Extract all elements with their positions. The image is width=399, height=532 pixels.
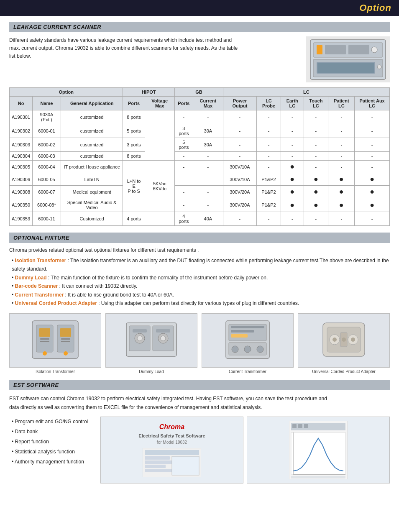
col-lc-header: LC (223, 88, 389, 97)
list-item: Data bank (9, 427, 93, 437)
page-title: Option (359, 3, 391, 13)
list-item: Isolation Transformer : The isolation tr… (9, 256, 390, 274)
th-current-max: Current Max (193, 97, 223, 110)
table-row: A1903026000-01customized5 ports3 ports30… (10, 124, 390, 138)
image-box-universal (298, 313, 390, 368)
svg-point-34 (244, 346, 251, 353)
svg-rect-36 (231, 326, 264, 328)
leakage-table: Option HIPOT GB LC No Name General Appli… (9, 87, 390, 226)
fixture-list: Isolation Transformer : The isolation tr… (9, 256, 390, 307)
svg-rect-17 (40, 338, 49, 340)
svg-point-9 (377, 65, 381, 69)
svg-point-14 (64, 351, 68, 356)
est-software-title: Electrical Safety Test Software (138, 433, 205, 438)
th-no: No (10, 97, 33, 110)
image-box-current (202, 313, 294, 368)
svg-point-6 (371, 47, 377, 53)
col-gb-header: GB (174, 88, 223, 97)
image-item-universal: Universal Corded Product Adapter (298, 313, 390, 374)
svg-rect-20 (61, 341, 70, 342)
th-touch-lc: Touch LC (304, 97, 328, 110)
th-ports-gb: Ports (174, 97, 193, 110)
fixture-intro: Chroma provides related optional test op… (9, 247, 390, 253)
table-row: A1903036000-02customized3 ports5 ports30… (10, 138, 390, 152)
fixture-link-dummy: Dummy Load (15, 275, 47, 281)
list-item: Authority management function (9, 457, 93, 467)
svg-rect-5 (348, 45, 369, 54)
chroma-logo: Chroma (159, 423, 184, 431)
list-item: Statistical analysis function (9, 447, 93, 457)
caption-current: Current Transformer (229, 369, 266, 374)
list-item: Dummy Load : The main function of the fi… (9, 274, 390, 282)
th-power-output: Power Output (223, 97, 256, 110)
svg-rect-15 (39, 328, 50, 337)
list-item: Bar-code Scanner : It can connect with 1… (9, 282, 390, 290)
th-earth-lc: Earth LC (281, 97, 304, 110)
fixture-link-isolation: Isolation Transformer (15, 258, 66, 263)
header-bar: Option (0, 0, 399, 16)
optional-fixture-section-header: OPTIONAL FIXTURE (9, 233, 390, 243)
th-ports-hipot: Ports (123, 97, 145, 110)
image-item-current: Current Transformer (202, 313, 294, 374)
image-box-dummy (105, 313, 197, 368)
svg-rect-48 (145, 450, 199, 455)
svg-rect-3 (317, 45, 322, 54)
leakage-intro-block: Different safety standards have various … (9, 36, 390, 82)
leakage-intro-text: Different safety standards have various … (9, 36, 299, 61)
svg-rect-18 (40, 341, 49, 342)
svg-point-44 (351, 338, 355, 342)
svg-rect-16 (60, 328, 71, 337)
fixture-link-barcode: Bar-code Scanner (15, 283, 58, 289)
table-row: A1903066000-05Lab/TN--300V/10AP1&P2●●●● (10, 173, 390, 186)
th-voltage-max: Voltage Max (145, 97, 174, 110)
est-chart-screenshot (247, 417, 390, 483)
svg-rect-19 (61, 338, 70, 340)
svg-point-42 (332, 338, 337, 342)
caption-isolation: Isolation Transformer (36, 369, 75, 374)
svg-point-25 (137, 336, 142, 341)
image-item-isolation: Isolation Transformer (9, 313, 101, 374)
caption-universal: Universal Corded Product Adapter (312, 369, 376, 374)
col-hipot-header: HIPOT (123, 88, 174, 97)
th-lc-probe: LC Probe (256, 97, 281, 110)
est-section-header: EST SOFTWARE (9, 380, 390, 390)
est-software-screenshot: Chroma Electrical Safety Test Software f… (100, 417, 243, 483)
svg-rect-56 (292, 424, 297, 428)
svg-rect-8 (317, 63, 374, 73)
product-images-row: Isolation Transformer Dummy Load (9, 313, 390, 374)
svg-point-33 (232, 346, 238, 353)
svg-rect-4 (325, 45, 346, 54)
svg-rect-57 (298, 424, 302, 428)
list-item: Universal Corded Product Adapter : Using… (9, 299, 390, 307)
est-features-list: Program edit and GO/NG control Data bank… (9, 417, 93, 467)
svg-rect-49 (145, 456, 170, 460)
fixture-link-universal: Universal Corded Product Adapter (15, 300, 97, 306)
est-content: Program edit and GO/NG control Data bank… (9, 417, 390, 483)
svg-point-27 (161, 336, 166, 341)
leakage-device-image (306, 36, 390, 82)
list-item: Report function (9, 437, 93, 447)
th-name: Name (33, 97, 61, 110)
th-patient-lc: Patient LC (328, 97, 355, 110)
svg-rect-29 (156, 329, 170, 332)
list-item: Current Transformer : It is able to rise… (9, 291, 390, 299)
svg-rect-37 (231, 330, 254, 332)
svg-rect-51 (145, 465, 166, 468)
svg-rect-38 (231, 334, 248, 338)
table-row: A1903046000-03customized8 ports-------- (10, 152, 390, 161)
svg-point-35 (257, 346, 263, 353)
svg-rect-58 (304, 424, 308, 428)
list-item: Program edit and GO/NG control (9, 417, 93, 427)
leakage-section-header: LEAKAGE CURRENT SCANNER (9, 22, 390, 32)
fixture-link-current: Current Transformer (15, 292, 64, 298)
svg-point-13 (43, 351, 47, 356)
caption-dummy: Dummy Load (139, 369, 164, 374)
table-row: A1903056000-04IT product House appliance… (10, 161, 390, 173)
svg-rect-28 (133, 329, 147, 332)
est-software-sub: for Model 19032 (157, 440, 187, 445)
svg-point-46 (342, 338, 346, 342)
est-images: Chroma Electrical Safety Test Software f… (100, 417, 390, 483)
col-option-header: Option (10, 88, 123, 97)
th-general-app: General Application (61, 97, 123, 110)
table-row: A1903019030A (Ext.)customized8 ports----… (10, 110, 390, 124)
